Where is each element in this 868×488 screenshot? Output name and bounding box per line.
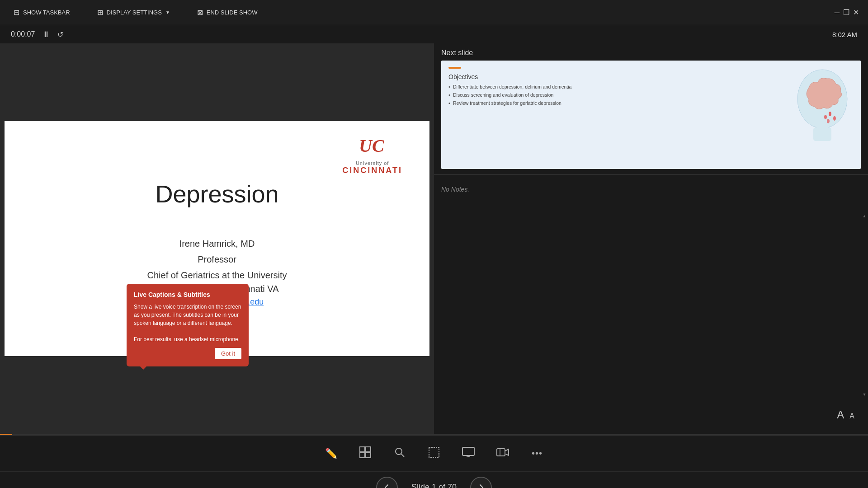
status-left: 0:00:07 ⏸ ↺ (11, 30, 63, 39)
slide-area: UC University of CINCINNATI Depression I… (0, 43, 434, 434)
pen-tool-button[interactable]: ✏️ (321, 444, 341, 464)
bullet-2: Discuss screening and evaluation of depr… (448, 91, 779, 99)
svg-rect-8 (366, 447, 371, 452)
svg-marker-18 (505, 449, 509, 455)
monitor-button[interactable] (458, 444, 478, 464)
svg-point-4 (833, 116, 836, 121)
slide-affiliation: Chief of Geriatrics at the University (5, 270, 429, 281)
popup-footer: Got it (134, 348, 241, 359)
search-icon (394, 446, 406, 461)
svg-rect-13 (429, 447, 439, 457)
got-it-button[interactable]: Got it (215, 348, 241, 359)
end-icon: ⊠ (197, 8, 203, 17)
video-icon (496, 447, 509, 460)
svg-rect-10 (366, 453, 371, 458)
status-bar: 0:00:07 ⏸ ↺ 8:02 AM (0, 25, 868, 43)
timer-display: 0:00:07 (11, 30, 35, 38)
nav-area: Slide 1 of 70 (0, 471, 868, 488)
select-icon (428, 446, 440, 461)
notes-scrollbar: ▲ ▼ (862, 213, 867, 398)
pen-icon: ✏️ (325, 448, 337, 460)
end-slide-show-button[interactable]: ⊠ END SLIDE SHOW (193, 5, 262, 19)
next-slide-preview: Objectives Differentiate between depress… (441, 61, 861, 169)
svg-text:UC: UC (359, 136, 385, 156)
popup-body: Show a live voice transcription on the s… (134, 303, 241, 343)
live-captions-popup: Live Captions & Subtitles Show a live vo… (127, 284, 249, 366)
uc-logo-symbol: UC (342, 135, 402, 160)
show-taskbar-button[interactable]: ⊟ SHOW TASKBAR (9, 5, 75, 19)
slides-overview-button[interactable] (355, 444, 375, 464)
window-controls: ─ ❐ ✕ (835, 8, 859, 17)
font-larger-button[interactable]: A (837, 408, 844, 421)
prev-slide-button[interactable] (376, 477, 398, 488)
close-button[interactable]: ✕ (853, 8, 859, 17)
slide-presenter: Irene Hamrick, MD (5, 239, 429, 249)
display-icon: ⊞ (97, 8, 103, 17)
brain-illustration (784, 65, 856, 146)
bullet-3: Review treatment strategies for geriatri… (448, 99, 779, 108)
uc-logo-name: CINCINNATI (342, 166, 402, 175)
show-taskbar-label: SHOW TASKBAR (23, 9, 70, 16)
uc-logo-text: University of (342, 160, 402, 166)
display-settings-label: DISPLAY SETTINGS (107, 9, 162, 16)
popup-title: Live Captions & Subtitles (134, 291, 241, 298)
taskbar-icon: ⊟ (14, 8, 19, 17)
reset-button[interactable]: ↺ (57, 30, 63, 39)
notes-area: No Notes. (434, 180, 868, 434)
popup-hint: For best results, use a headset micropho… (134, 336, 240, 343)
toolbar: ⊟ SHOW TASKBAR ⊞ DISPLAY SETTINGS ▼ ⊠ EN… (0, 0, 868, 25)
svg-rect-7 (360, 447, 365, 452)
svg-point-11 (396, 448, 402, 455)
pause-button[interactable]: ⏸ (42, 30, 50, 39)
next-slide-header: Next slide (434, 43, 868, 61)
select-button[interactable] (424, 444, 444, 464)
notes-text: No Notes. (441, 186, 861, 193)
svg-point-3 (824, 115, 827, 119)
slide-title: Depression (5, 180, 429, 208)
search-button[interactable] (390, 444, 410, 464)
svg-point-5 (827, 119, 830, 123)
end-slide-show-label: END SLIDE SHOW (207, 9, 258, 16)
progress-bar (0, 434, 868, 435)
slide-counter: Slide 1 of 70 (407, 483, 461, 488)
svg-rect-17 (497, 449, 505, 456)
slides-icon (359, 446, 372, 461)
more-icon: ••• (532, 448, 542, 459)
main-area: UC University of CINCINNATI Depression I… (0, 43, 868, 434)
minimize-button[interactable]: ─ (835, 8, 840, 17)
monitor-icon (462, 447, 475, 460)
next-slide-button[interactable] (470, 477, 492, 488)
uc-logo: UC University of CINCINNATI (342, 135, 402, 175)
progress-bar-fill (0, 434, 12, 435)
svg-point-2 (829, 112, 831, 116)
video-button[interactable] (493, 444, 513, 464)
slide-canvas: UC University of CINCINNATI Depression I… (5, 121, 429, 356)
next-slide-accent (448, 67, 461, 69)
svg-line-12 (401, 454, 404, 457)
svg-rect-6 (813, 127, 831, 141)
right-panel: Next slide Objectives Differentiate betw… (434, 43, 868, 434)
restore-button[interactable]: ❐ (843, 8, 849, 17)
more-options-button[interactable]: ••• (527, 444, 547, 464)
display-settings-button[interactable]: ⊞ DISPLAY SETTINGS ▼ (93, 5, 175, 19)
panel-divider (434, 174, 868, 175)
bottom-toolbar: ✏️ (0, 435, 868, 471)
next-slide-objectives-title: Objectives (448, 73, 478, 80)
scroll-down-arrow[interactable]: ▼ (862, 391, 868, 398)
dropdown-arrow-icon: ▼ (165, 10, 170, 15)
svg-rect-14 (462, 447, 474, 455)
font-smaller-button[interactable]: A (849, 412, 854, 420)
next-slide-bullets: Differentiate between depression, deliri… (448, 83, 779, 108)
svg-rect-9 (360, 453, 365, 458)
scroll-up-arrow[interactable]: ▲ (862, 213, 868, 219)
font-controls: A A (837, 408, 854, 421)
slide-role: Professor (5, 254, 429, 265)
bullet-1: Differentiate between depression, deliri… (448, 83, 779, 91)
current-time: 8:02 AM (832, 31, 857, 38)
